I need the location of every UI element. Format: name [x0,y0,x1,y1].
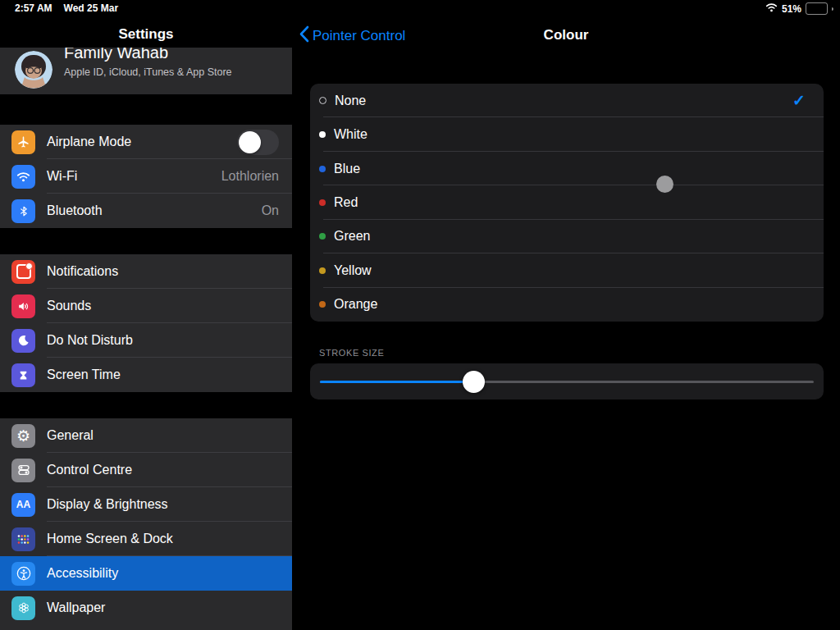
accessibility-icon [11,562,35,586]
sidebar-item-wallpaper[interactable]: Wallpaper [0,591,292,625]
notifications-icon [11,260,35,284]
stroke-size-slider[interactable] [320,381,814,383]
colour-option-label: None [335,94,366,108]
bluetooth-status-value: On [262,203,279,218]
airplane-icon [11,130,35,154]
sidebar-item-display-brightness[interactable]: AA Display & Brightness [0,487,292,522]
sidebar-title: Settings [0,26,292,43]
sidebar-group-notifications: Notifications Sounds Do Not Disturb Scre… [0,254,292,392]
colour-option-blue[interactable]: Blue [310,152,824,185]
sidebar-item-label: Screen Time [47,368,121,382]
colour-option-label: Orange [334,297,377,312]
orange-colour-dot [319,301,326,308]
pointer-cursor-dot [656,176,673,193]
green-colour-dot [319,233,326,240]
colour-option-label: White [334,127,368,142]
white-colour-dot [319,131,326,138]
avatar [15,51,52,89]
sidebar-item-screen-time[interactable]: Screen Time [0,358,292,392]
status-time: 2:57 AM [15,2,52,14]
sidebar-item-apple-id-profile[interactable]: Family Wahab Apple ID, iCloud, iTunes & … [0,48,292,94]
colour-option-label: Red [334,195,358,210]
profile-subtitle: Apple ID, iCloud, iTunes & App Store [64,66,232,78]
checkmark-icon: ✓ [792,93,806,108]
gear-icon: ⚙ [11,424,35,448]
status-date: Wed 25 Mar [64,2,118,14]
settings-sidebar: Settings Family Wahab Apple ID, iCloud, … [0,16,292,630]
sidebar-item-do-not-disturb[interactable]: Do Not Disturb [0,323,292,358]
sidebar-item-label: General [47,428,94,443]
bluetooth-icon [11,199,35,223]
sidebar-item-airplane-mode[interactable]: Airplane Mode [0,125,292,159]
display-brightness-icon: AA [11,493,35,517]
sidebar-item-label: Display & Brightness [47,497,168,512]
wifi-network-value: Lothlorien [221,169,279,184]
slider-track-fill [320,381,473,383]
wifi-status-icon [765,3,778,15]
airplane-mode-toggle[interactable] [237,130,279,155]
colour-detail-panel: Pointer Control Colour None ✓ White Blue… [292,16,840,630]
yellow-colour-dot [319,267,326,274]
none-ring-bullet [319,97,326,104]
battery-nub [832,7,833,11]
colour-option-white[interactable]: White [310,117,824,151]
colour-option-yellow[interactable]: Yellow [310,253,824,287]
sidebar-item-control-centre[interactable]: Control Centre [0,453,292,487]
sidebar-group-connectivity: Airplane Mode Wi-Fi Lothlorien Bluetooth… [0,125,292,228]
colour-options-list: None ✓ White Blue Red Green Yellow [310,84,824,322]
sidebar-item-label: Do Not Disturb [47,333,133,348]
sidebar-item-label: Sounds [47,299,91,313]
sidebar-item-general[interactable]: ⚙ General [0,418,292,453]
colour-option-label: Green [334,229,370,244]
colour-option-green[interactable]: Green [310,220,824,253]
stroke-size-section-label: STROKE SIZE [319,348,384,358]
sidebar-group-general: ⚙ General Control Centre AA Display & Br… [0,418,292,630]
sidebar-item-label: Home Screen & Dock [47,532,173,546]
settings-app-screen: 2:57 AM Wed 25 Mar 51% Settings [0,0,840,630]
sidebar-item-wifi[interactable]: Wi-Fi Lothlorien [0,159,292,194]
hourglass-icon [11,363,35,387]
sidebar-item-label: Accessibility [47,566,118,581]
colour-option-label: Blue [334,162,360,176]
sidebar-item-label: Wallpaper [47,600,105,615]
sidebar-item-label: Wi-Fi [47,169,77,184]
wifi-icon [11,165,35,189]
battery-icon [806,2,828,15]
slider-thumb[interactable] [463,371,485,393]
sidebar-item-label: Bluetooth [47,203,103,218]
moon-icon [11,329,35,353]
wallpaper-icon [11,596,35,620]
colour-option-none[interactable]: None ✓ [310,84,824,117]
home-screen-dock-icon [11,527,35,551]
battery-percent-label: 51% [782,3,801,15]
sidebar-item-bluetooth[interactable]: Bluetooth On [0,194,292,228]
sidebar-item-label: Control Centre [47,463,132,477]
sidebar-item-label: Airplane Mode [47,135,131,149]
sidebar-item-accessibility[interactable]: Accessibility [0,556,292,591]
toggle-knob [239,131,261,153]
colour-option-label: Yellow [334,263,372,278]
colour-option-red[interactable]: Red [310,185,824,219]
control-centre-icon [11,459,35,482]
colour-option-orange[interactable]: Orange [310,288,824,322]
sidebar-item-sounds[interactable]: Sounds [0,289,292,323]
sidebar-item-notifications[interactable]: Notifications [0,254,292,289]
sounds-icon [11,294,35,318]
sidebar-item-label: Notifications [47,264,118,279]
blue-colour-dot [319,166,326,172]
profile-name: Family Wahab [64,48,168,64]
stroke-size-slider-card [310,363,824,399]
status-bar: 2:57 AM Wed 25 Mar 51% [0,0,840,16]
page-title: Colour [292,27,840,43]
red-colour-dot [319,199,326,206]
sidebar-item-home-screen-dock[interactable]: Home Screen & Dock [0,522,292,556]
